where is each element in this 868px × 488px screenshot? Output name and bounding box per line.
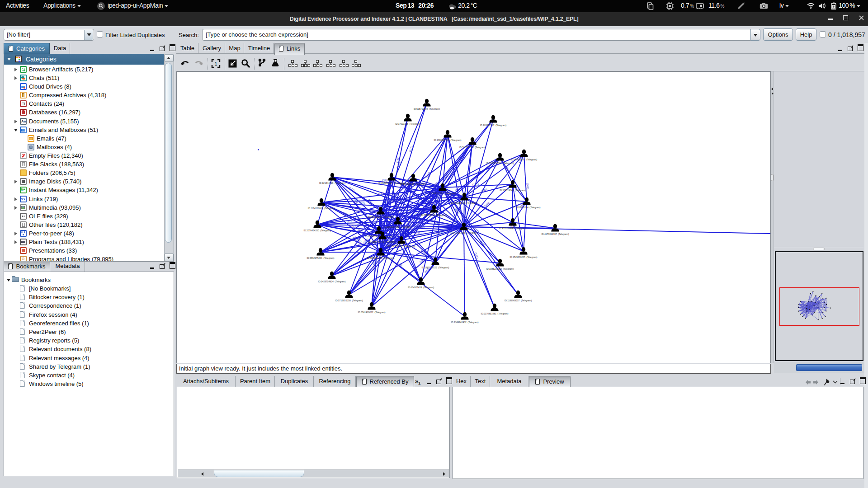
svg-text:ID:1928806544 (Telegram): ID:1928806544 (Telegram) — [513, 206, 541, 209]
svg-text:(77): (77) — [347, 220, 352, 223]
svg-text:ID:4173391787 (Telegram): ID:4173391787 (Telegram) — [542, 233, 569, 235]
svg-text:ID:349929885 (Telegram): ID:349929885 (Telegram) — [511, 158, 537, 161]
svg-text:ID:1585443145 (Telegram): ID:1585443145 (Telegram) — [369, 240, 396, 243]
svg-text:(340): (340) — [373, 261, 376, 267]
svg-text:ID:584302270 (Telegram): ID:584302270 (Telegram) — [429, 192, 456, 195]
svg-text:ID:1327785475 (Telegram): ID:1327785475 (Telegram) — [388, 245, 415, 248]
svg-text:ID:6741489012 (Telegram): ID:6741489012 (Telegram) — [358, 311, 386, 314]
svg-text:(310): (310) — [434, 221, 440, 225]
svg-text:ID:5716853358 (Telegram): ID:5716853358 (Telegram) — [335, 299, 363, 302]
svg-text:ID:584931175 (Telegram): ID:584931175 (Telegram) — [368, 216, 394, 218]
svg-text:ID:1356434988 (Telegram): ID:1356434988 (Telegram) — [384, 225, 412, 228]
svg-text:(140): (140) — [418, 225, 425, 228]
svg-text:ID:878354155 (Telegram): ID:878354155 (Telegram) — [421, 214, 447, 216]
svg-text:ID:1349242432 (Telegram): ID:1349242432 (Telegram) — [451, 321, 479, 324]
svg-text:(121): (121) — [472, 183, 479, 186]
svg-text:ID:1545236235 (Telegram): ID:1545236235 (Telegram) — [510, 256, 538, 258]
svg-text:ID:761138765 (Telegram): ID:761138765 (Telegram) — [451, 202, 477, 204]
svg-text:ID:199383838 (Telegram): ID:199383838 (Telegram) — [400, 183, 426, 185]
svg-text:ID:265842517 (Telegram): ID:265842517 (Telegram) — [480, 124, 506, 127]
svg-text:ID:2412613788 (Telegram): ID:2412613788 (Telegram) — [450, 231, 478, 234]
svg-text:ID:502119046 (Telegram): ID:502119046 (Telegram) — [500, 189, 526, 192]
svg-text:ID:1885236758 (Telegram): ID:1885236758 (Telegram) — [486, 267, 514, 270]
svg-text:ID:1889236525 (Telegram): ID:1889236525 (Telegram) — [422, 266, 449, 269]
svg-text:ID:4162084645 (Telegram): ID:4162084645 (Telegram) — [499, 227, 527, 230]
svg-text:(309): (309) — [526, 183, 529, 189]
svg-text:(271): (271) — [400, 207, 406, 210]
svg-text:ID:37003328 (Telegram): ID:37003328 (Telegram) — [395, 122, 420, 125]
svg-text:ID:2076424350 (Telegram): ID:2076424350 (Telegram) — [304, 229, 331, 232]
svg-text:ID:5896481175 (Telegram): ID:5896481175 (Telegram) — [367, 257, 395, 259]
svg-text:ID:2070851981 (Telegram): ID:2070851981 (Telegram) — [481, 312, 509, 315]
svg-text:ID:1198068257 (Telegram): ID:1198068257 (Telegram) — [505, 299, 532, 302]
svg-text:1: 1 — [214, 61, 217, 66]
svg-text:ID:1174516868 (Telegram): ID:1174516868 (Telegram) — [308, 207, 335, 210]
svg-text:ID:5429754824 (Telegram): ID:5429754824 (Telegram) — [318, 280, 346, 283]
svg-text:(92): (92) — [360, 202, 365, 205]
svg-text:ID:505722310 (Telegram): ID:505722310 (Telegram) — [459, 146, 486, 149]
svg-text:ID:525712894 (Telegram): ID:525712894 (Telegram) — [414, 108, 440, 110]
svg-text:ID:921344718 (Telegram): ID:921344718 (Telegram) — [319, 182, 345, 184]
svg-text:ID:5662975244 (Telegram): ID:5662975244 (Telegram) — [307, 257, 335, 259]
svg-text:ID:1698765321 (Telegram): ID:1698765321 (Telegram) — [486, 162, 514, 164]
svg-text:ID:664507439 (Telegram): ID:664507439 (Telegram) — [408, 286, 434, 289]
svg-text:ID:1386427165 (Telegram): ID:1386427165 (Telegram) — [434, 139, 462, 141]
svg-text:ID:1968974289 (Telegram): ID:1968974289 (Telegram) — [365, 235, 393, 238]
